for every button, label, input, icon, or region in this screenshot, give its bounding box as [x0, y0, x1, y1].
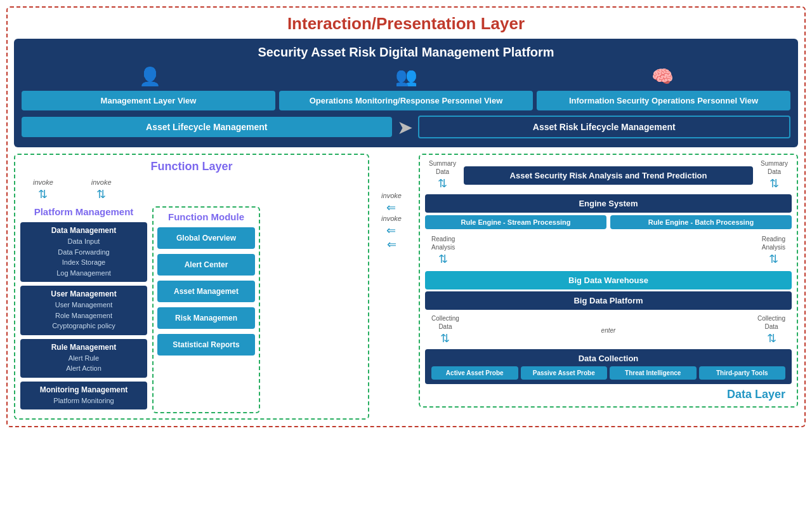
function-layer-title: Function Layer [20, 160, 363, 173]
engine-system-bar: Engine System [425, 194, 792, 213]
collecting-row: Collecting Data ⇅ enter Collecting Data … [425, 314, 792, 347]
mgmt-card-user-items: User ManagementRole ManagementCryptograp… [25, 300, 142, 331]
collecting-left-text: Collecting [431, 315, 459, 322]
center-invoke-1: invoke ⇐ [381, 192, 402, 215]
persona-icon-2: 👥 [395, 66, 417, 87]
mgmt-card-data-items: Data InputData ForwardingIndex StorageLo… [25, 236, 142, 278]
summary-right-text2: Data [768, 168, 781, 175]
lifecycle-right[interactable]: Asset Risk Lifecycle Management [418, 116, 791, 138]
invoke-label-2: invoke [91, 178, 112, 186]
view-info-security[interactable]: Information Security Operations Personne… [537, 91, 790, 110]
bigdata-platform-bar: Big Data Platform [425, 291, 792, 310]
dc-threat-intel[interactable]: Threat Intelligence [610, 366, 697, 380]
collecting-right-block: Collecting Data ⇅ [757, 315, 785, 345]
summary-left-arrow: ⇅ [438, 176, 447, 190]
bigdata-wrapper: Big Data Warehouse Big Data Platform [425, 271, 792, 310]
asset-analysis-bar-wrapper: Asset Security Risk Analysis and Trend P… [464, 166, 753, 185]
platform-mgmt-title: Platform Management [20, 206, 147, 217]
views-row: Management Layer View Operations Monitor… [22, 91, 790, 110]
mgmt-card-data-title: Data Management [25, 226, 142, 235]
mgmt-card-monitoring: Monitoring Management Platform Monitorin… [20, 382, 147, 410]
mgmt-card-rule-title: Rule Management [25, 343, 142, 352]
persona-icon-1: 👤 [139, 66, 161, 87]
asset-analysis-bar: Asset Security Risk Analysis and Trend P… [464, 166, 753, 185]
reading-left-text2: Analysis [431, 244, 455, 251]
mgmt-card-data: Data Management Data InputData Forwardin… [20, 222, 147, 282]
asset-analysis-row: Summary Data ⇅ Asset Security Risk Analy… [425, 160, 792, 190]
module-asset-management[interactable]: Asset Managemet [157, 281, 255, 302]
center-invoke-arrow-3: ⇐ [387, 237, 396, 251]
rule-engine-stream[interactable]: Rule Engine - Stream Processing [425, 215, 606, 229]
reading-right-block: Reading Analysis ⇅ [762, 236, 785, 266]
mgmt-card-rule: Rule Management Alert RuleAlert Action [20, 339, 147, 378]
platform-title: Security Asset Risk Digital Management P… [22, 45, 790, 60]
invoke-left: invoke ⇅ [33, 178, 53, 201]
right-section: Summary Data ⇅ Asset Security Risk Analy… [419, 154, 798, 408]
platform-box: Security Asset Risk Digital Management P… [14, 39, 798, 147]
view-management-layer[interactable]: Management Layer View [22, 91, 275, 110]
center-invoke-label-2: invoke [381, 215, 402, 222]
collecting-right-text: Collecting [757, 315, 785, 322]
module-alert-center[interactable]: Alert Center [157, 254, 255, 276]
dc-third-party[interactable]: Third-party Tools [699, 366, 786, 380]
main-container: Interaction/Presentation Layer Security … [6, 6, 806, 427]
bigdata-warehouse-bar: Big Data Warehouse [425, 271, 792, 289]
center-invoke-col: invoke ⇐ invoke ⇐ ⇐ [369, 154, 414, 258]
reading-right-text: Reading [762, 236, 785, 243]
summary-left-block: Summary Data ⇅ [425, 160, 460, 190]
persona-icon-3: 🧠 [652, 66, 674, 87]
reading-left-arrow: ⇅ [438, 252, 448, 266]
module-statistical-reports[interactable]: Statistical Reports [157, 334, 255, 356]
enter-label: enter [601, 327, 616, 334]
collecting-right-text2: Data [764, 323, 778, 330]
data-collection-box: Data Collection Active Asset Probe Passi… [425, 349, 792, 384]
dc-passive-probe[interactable]: Passive Asset Probe [521, 366, 608, 380]
rule-engine-batch[interactable]: Rule Engine - Batch Processing [610, 215, 792, 229]
center-invoke-arrow-1: ⇐ [386, 201, 396, 215]
invoke-arrow-1: ⇅ [38, 187, 48, 201]
interaction-title: Interaction/Presentation Layer [14, 14, 798, 34]
reading-right-text2: Analysis [762, 244, 785, 251]
mgmt-card-user-title: User Management [25, 289, 142, 298]
engine-row: Rule Engine - Stream Processing Rule Eng… [425, 215, 792, 229]
mgmt-card-monitoring-items: Platform Monitoring [25, 396, 142, 406]
view-operations-monitoring[interactable]: Operations Monitoring/Response Personnel… [279, 91, 533, 110]
lifecycle-left[interactable]: Asset Lifecycle Management [22, 117, 392, 137]
dc-items-row: Active Asset Probe Passive Asset Probe T… [431, 366, 785, 380]
invoke-label-1: invoke [33, 178, 53, 186]
engine-system-wrapper: Engine System Rule Engine - Stream Proce… [425, 194, 792, 229]
center-invoke-2: invoke ⇐ [381, 215, 402, 237]
center-invoke-label-1: invoke [381, 192, 402, 199]
platform-management-col: Platform Management Data Management Data… [20, 206, 147, 413]
mgmt-card-user: User Management User ManagementRole Mana… [20, 286, 147, 335]
data-layer-label: Data Layer [425, 388, 792, 401]
function-layer-box: Function Layer invoke ⇅ invoke ⇅ Platfor… [14, 154, 369, 420]
summary-right-text: Summary [761, 160, 788, 167]
summary-left-text2: Data [436, 168, 449, 175]
collecting-left-block: Collecting Data ⇅ [431, 315, 459, 345]
function-module-col: Function Module Global Overview Alert Ce… [152, 206, 260, 413]
module-risk-management[interactable]: Risk Managemen [157, 307, 255, 329]
persona-row: 👤 👥 🧠 [22, 66, 790, 87]
collecting-left-arrow: ⇅ [440, 331, 450, 345]
module-global-overview[interactable]: Global Overview [157, 227, 255, 249]
summary-right-arrow: ⇅ [769, 176, 779, 190]
lifecycle-row: Asset Lifecycle Management ➤ Asset Risk … [22, 116, 790, 138]
center-invoke-arrow-2: ⇐ [386, 223, 396, 237]
invoke-arrow-2: ⇅ [96, 187, 106, 201]
mgmt-card-rule-items: Alert RuleAlert Action [25, 353, 142, 374]
data-collection-title: Data Collection [431, 354, 785, 363]
middle-section: Function Layer invoke ⇅ invoke ⇅ Platfor… [14, 154, 798, 420]
collecting-right-arrow: ⇅ [767, 331, 776, 345]
summary-right-block: Summary Data ⇅ [757, 160, 792, 190]
function-module-title: Function Module [157, 211, 255, 222]
dc-active-probe[interactable]: Active Asset Probe [431, 366, 518, 380]
reading-analysis-row: Reading Analysis ⇅ Reading Analysis ⇅ [425, 233, 792, 269]
reading-right-arrow: ⇅ [769, 252, 778, 266]
center-invoke-3: ⇐ [387, 237, 396, 251]
summary-left-text: Summary [429, 160, 456, 167]
reading-left-text: Reading [431, 236, 455, 243]
collecting-left-text2: Data [438, 323, 452, 330]
invoke-right: invoke ⇅ [91, 178, 112, 201]
lifecycle-arrow: ➤ [397, 116, 413, 138]
